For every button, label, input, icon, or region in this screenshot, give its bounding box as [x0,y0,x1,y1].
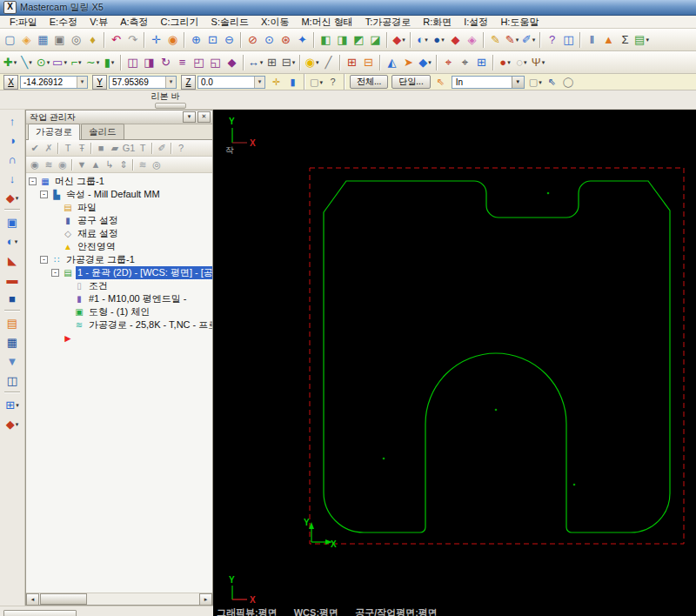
create-fillet-dropdown-icon[interactable]: ▾ [78,59,82,65]
material-list-icon[interactable]: ╱ [320,54,337,71]
ops-backplot-icon[interactable]: ■ [94,141,108,155]
scroll-right-button[interactable] [199,593,212,606]
analyze-entity-icon[interactable]: ? [544,31,560,49]
ribbon-help-icon[interactable]: ? [325,75,341,89]
tree-label-geometry[interactable]: 도형 - (1) 체인 [87,305,151,318]
selection-circle-icon[interactable]: ◯ [560,75,577,89]
redo-icon[interactable]: ↷ [124,31,141,49]
repaint-icon[interactable]: ✦ [294,31,311,49]
attr-style-dropdown-icon[interactable]: ▾ [532,37,536,43]
tab-solids[interactable]: 솔리드 [81,124,124,139]
ops-unselect-all-icon[interactable]: ✗ [42,141,56,155]
xform-scale-icon[interactable]: ◱ [207,54,224,71]
create-fillet-icon[interactable]: ⌐▾ [68,54,84,71]
dynamic-rotate-icon[interactable]: ◉ [164,31,181,49]
tree-label-machine-group-1[interactable]: 머신 그룹-1 [53,175,106,188]
ops-move-up-icon[interactable]: ▲ [89,157,103,171]
fit-entities-icon[interactable]: ↔▾ [247,54,264,71]
menu-item-10[interactable]: I:설정 [458,16,494,29]
ops-highfeed-icon[interactable]: ✐ [155,141,169,155]
tool-display-dropdown-icon[interactable]: ▾ [524,59,527,65]
save-file-icon[interactable]: ▦ [35,31,51,49]
menu-item-4[interactable]: C:그리기 [155,16,205,29]
panel-collapse-handle[interactable] [155,103,186,109]
solid-extrude-icon[interactable]: ↑ [3,112,22,130]
tree-expander-machine-group-1[interactable]: - [29,177,37,185]
ops-lock-all-icon[interactable]: ◉ [56,157,70,171]
ops-post-icon[interactable]: T [136,141,150,155]
solid-history-icon[interactable]: ▦ [3,333,22,351]
tree-item-toolpath-group-1[interactable]: -∷가공경로 그룹-1 [29,253,212,266]
zoom-out-icon[interactable]: ⊖ [221,31,238,49]
units-dropdown-icon[interactable] [512,77,524,88]
grid-new-icon[interactable]: ⊞ [344,54,360,71]
selection-window-icon[interactable]: ▢▾ [527,75,544,89]
create-arc-icon[interactable]: ⊙▾ [35,54,51,71]
xform-mirror-icon[interactable]: ◨ [141,54,157,71]
analyze-database-dropdown-icon[interactable]: ▾ [646,37,649,43]
tree-label-safety-zone[interactable]: 안전영역 [76,240,117,253]
z-dropdown-icon[interactable] [254,77,264,88]
y-dropdown-icon[interactable] [165,77,176,88]
xform-offset-icon[interactable]: ≡ [174,54,191,71]
post-process-dropdown-icon[interactable]: ▾ [542,59,545,65]
post-process-icon[interactable]: Ψ▾ [530,54,546,71]
gplane-lock-dropdown-icon[interactable]: ▾ [319,79,323,85]
ops-help-icon[interactable]: ? [174,141,188,155]
wcs-pin-icon[interactable]: ⌖ [440,54,457,71]
tree-item-properties[interactable]: -▙속성 - Mill Default MM [29,188,212,201]
analyze-dynamic-icon[interactable]: ‖ [584,31,600,49]
ops-toggle-display-icon[interactable]: ≋ [42,157,56,171]
tree-label-toolpath[interactable]: 가공경로 - 25,8K - T,NC - 프로그 [87,318,212,331]
section-view-dropdown-icon[interactable]: ▾ [402,37,405,43]
tree-label-parameters[interactable]: 조건 [87,279,110,292]
zoom-selected-icon[interactable]: ⊘ [244,31,261,49]
tree-item-tool[interactable]: ▮#1 - M10,00 평엔드밀 - [29,292,212,305]
tree-label-operation-1[interactable]: 1 - 윤곽 (2D) - [WCS: 평면] - [공구 [76,266,212,279]
z-coordinate-input[interactable]: 0.0 [197,76,265,89]
tree-label-stock-setup[interactable]: 재료 설정 [76,227,120,240]
create-line-dropdown-icon[interactable]: ▾ [29,59,32,65]
tree-expander-operation-1[interactable]: - [51,269,59,277]
solids-preview-icon[interactable]: ◭ [384,54,400,71]
panel-close-button[interactable]: ✕ [197,111,211,123]
shade-edges-icon[interactable]: ◩ [351,31,367,49]
analyze-angle-icon[interactable]: ▲ [600,31,617,49]
scroll-left-button[interactable] [26,593,39,606]
create-primitive-dropdown-icon[interactable]: ▾ [111,59,115,65]
screen-grab-icon[interactable]: ◆▾ [3,415,22,432]
ops-hide-toolpaths-icon[interactable]: ≋ [136,157,150,171]
create-rect-icon[interactable]: ▭▾ [51,54,68,71]
solid-sweep-icon[interactable]: ∩ [3,151,22,168]
tree-item-safety-zone[interactable]: ▲안전영역 [29,240,212,253]
shade-flat-icon[interactable]: ◧ [318,31,334,49]
bottom-scrollbar[interactable] [3,610,77,616]
gview-wcs-icon[interactable]: ◐▾ [414,31,431,49]
create-line-icon[interactable]: ╲▾ [18,54,35,71]
create-arc-dropdown-icon[interactable]: ▾ [47,59,50,65]
create-point-icon[interactable]: ✚▾ [2,54,18,71]
attr-multi-dropdown-icon[interactable]: ▾ [516,37,519,43]
select-last-icon[interactable]: ⇖ [432,75,449,89]
stock-display-icon[interactable]: ●▾ [497,54,513,71]
analyze-database-icon[interactable]: ▤▾ [633,31,650,49]
window-layout-icon[interactable]: ⊞ [264,54,280,71]
tree-label-files[interactable]: 파일 [76,201,98,214]
solid-loft-icon[interactable]: ↓ [3,170,22,187]
solid-trim-icon[interactable]: ◣ [3,251,22,269]
screen-combine-dropdown-icon[interactable]: ▾ [292,59,296,65]
attr-style-icon[interactable]: ✐▾ [520,31,537,49]
tree-item-operation-1[interactable]: -▤1 - 윤곽 (2D) - [WCS: 평면] - [공구 [29,266,212,279]
tree-item-geometry[interactable]: ▣도형 - (1) 체인 [29,305,212,318]
fit-entities-dropdown-icon[interactable]: ▾ [260,59,264,65]
solid-boolean-icon[interactable]: ◐▾ [3,232,22,250]
select-all-button[interactable]: 전체... [350,75,388,89]
machine-sim-dropdown-icon[interactable]: ▾ [428,59,432,65]
undo-icon[interactable]: ↶ [108,31,124,49]
ops-g1-check-icon[interactable]: G1 [122,141,136,155]
ops-select-all-icon[interactable]: ✔ [28,141,42,155]
ops-verify-icon[interactable]: ▰ [108,141,122,155]
menu-item-0[interactable]: F:파일 [3,16,44,29]
solid-revolve-icon[interactable]: ◑ [3,131,22,149]
plane-pin-icon[interactable]: ⌖ [457,54,473,71]
